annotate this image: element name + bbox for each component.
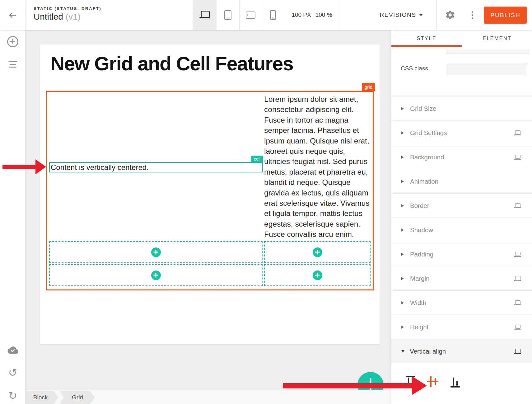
panel-section-padding[interactable]: Padding (391, 242, 532, 266)
undo-button[interactable]: ↺ (0, 364, 26, 381)
caret-icon (401, 131, 404, 134)
section-label: Grid Settings (410, 129, 514, 137)
laptop-icon (199, 11, 210, 19)
align-bottom-icon[interactable] (450, 375, 461, 388)
caret-icon (401, 228, 404, 232)
selected-cell-outline[interactable]: Content is vertically centered. (49, 162, 263, 172)
tablet-landscape-icon (246, 12, 255, 19)
tab-style[interactable]: STYLE (391, 30, 462, 47)
section-label: Margin (410, 275, 514, 282)
kebab-icon (472, 11, 473, 13)
divider (436, 0, 437, 30)
zoom-value: 100 % (315, 12, 332, 18)
section-label: Shadow (410, 226, 514, 234)
document-title: Untitled (v1) (34, 12, 101, 22)
panel-section-background[interactable]: Background (391, 145, 532, 169)
empty-cell[interactable] (49, 241, 263, 263)
add-content-button[interactable] (313, 270, 322, 280)
redo-icon: ↻ (8, 390, 17, 401)
panel-section-margin[interactable]: Margin (391, 266, 532, 290)
page-heading[interactable]: New Grid and Cell Features (50, 52, 293, 75)
panel-section-shadow[interactable]: Shadow (391, 218, 532, 242)
empty-cell[interactable] (264, 241, 371, 263)
breadcrumb-block[interactable]: Block (26, 391, 58, 404)
caret-icon (401, 204, 404, 207)
plus-circle-icon (7, 36, 18, 47)
panel-sections: Grid Size Grid Settings Background Anima… (391, 96, 532, 363)
phone-icon (270, 10, 276, 20)
breakpoint-desktop-button[interactable] (193, 0, 217, 30)
divider (340, 0, 340, 30)
partial-input-above (446, 49, 529, 54)
caret-icon (401, 350, 404, 353)
empty-cell[interactable] (49, 264, 263, 286)
cell-badge: cell (251, 156, 263, 162)
add-block-button[interactable] (0, 33, 26, 50)
breakpoint-tablet-button[interactable] (217, 0, 239, 30)
editor-app: STATIC (STATUS: DRAFT) Untitled (v1) 100… (0, 0, 532, 404)
document-version: (v1) (66, 12, 81, 21)
grid-badge: grid (362, 83, 375, 91)
device-scope-icon (514, 325, 521, 330)
add-content-button[interactable] (313, 247, 322, 257)
section-label: Animation (410, 178, 514, 185)
inspector-panel: STYLE ELEMENT CSS class Grid Size Grid S… (391, 30, 532, 404)
section-label: Padding (410, 251, 514, 258)
panel-section-grid-size[interactable]: Grid Size (391, 96, 532, 120)
publish-button[interactable]: PUBLISH (484, 7, 527, 24)
revisions-dropdown[interactable]: REVISIONS (362, 0, 440, 30)
align-middle-icon[interactable] (427, 375, 438, 388)
breadcrumb-grid[interactable]: Grid (59, 391, 95, 404)
breakpoint-tablet-landscape-button[interactable] (239, 0, 262, 30)
caret-icon (401, 253, 404, 256)
panel-section-height[interactable]: Height (391, 315, 532, 339)
panel-section-border[interactable]: Border (391, 193, 532, 218)
cloud-check-icon (7, 346, 19, 355)
panel-section-animation[interactable]: Animation (391, 169, 532, 193)
add-content-button[interactable] (151, 270, 161, 280)
section-label: Background (410, 153, 514, 161)
device-scope-icon (514, 252, 521, 257)
more-options-button[interactable] (467, 0, 478, 30)
redo-button[interactable]: ↻ (0, 387, 26, 404)
breakpoint-phone-button[interactable] (262, 0, 284, 30)
css-class-input[interactable] (446, 63, 527, 75)
caret-icon (401, 156, 404, 159)
document-title-block: STATIC (STATUS: DRAFT) Untitled (v1) (34, 6, 101, 22)
viewport-info: 100 PX 100 % (284, 0, 340, 30)
settings-button[interactable] (444, 0, 456, 30)
caret-icon (401, 107, 404, 110)
chevron-down-icon (419, 14, 423, 16)
cell-content-text: Content is vertically centered. (50, 163, 149, 172)
device-scope-icon (514, 130, 521, 135)
tab-element[interactable]: ELEMENT (462, 30, 532, 47)
divider (26, 0, 26, 30)
device-scope-icon (514, 349, 521, 354)
device-scope-icon (514, 203, 521, 208)
layout-navigator-button[interactable] (0, 56, 26, 73)
section-label: Vertical align (410, 348, 514, 355)
section-label: Grid Size (410, 105, 514, 112)
section-label: Height (410, 323, 514, 331)
top-toolbar: STATIC (STATUS: DRAFT) Untitled (v1) 100… (0, 0, 532, 30)
caret-icon (401, 277, 404, 280)
section-label: Width (410, 299, 514, 307)
panel-section-grid-settings[interactable]: Grid Settings (391, 120, 532, 145)
panel-section-vertical-align[interactable]: Vertical align (391, 339, 532, 363)
saved-status-button[interactable] (0, 341, 26, 359)
add-content-button[interactable] (151, 247, 161, 257)
panel-section-width[interactable]: Width (391, 290, 532, 315)
document-status: STATIC (STATUS: DRAFT) (34, 6, 101, 11)
section-label: Border (410, 202, 514, 209)
arrow-left-icon (8, 10, 18, 20)
caret-icon (401, 326, 404, 329)
lines-icon (8, 61, 17, 68)
active-tab-underline (391, 45, 462, 47)
back-button[interactable] (0, 0, 26, 30)
css-class-label: CSS class (401, 65, 428, 72)
undo-icon: ↺ (8, 367, 17, 378)
empty-cell[interactable] (264, 264, 371, 286)
paragraph-text[interactable]: Lorem ipsum dolor sit amet, consectetur … (264, 94, 372, 240)
left-toolbar: ↺ ↻ (0, 30, 26, 404)
gear-icon (445, 10, 455, 20)
